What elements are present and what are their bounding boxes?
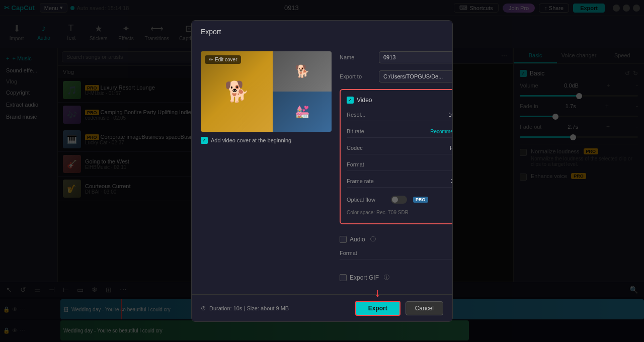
framerate-row: Frame rate 30fps ▾ bbox=[347, 175, 453, 188]
modal-title: Export bbox=[192, 21, 452, 43]
resolution-row: Resol... 1080P ▾ bbox=[347, 109, 453, 121]
framerate-select[interactable]: 30fps ▾ bbox=[387, 178, 453, 184]
framerate-value: 30fps bbox=[451, 178, 453, 184]
modal-overlay: Export 🐕 🐕 💒 ✏ Edit cover ✓ bbox=[0, 0, 644, 342]
preview-cover: 🐕 🐕 💒 ✏ Edit cover bbox=[201, 51, 332, 132]
name-label: Name bbox=[340, 54, 375, 60]
export-to-label: Export to bbox=[340, 73, 375, 79]
optical-flow-toggle[interactable] bbox=[391, 196, 407, 204]
audio-section-label: Audio bbox=[350, 236, 365, 243]
cover-checkbox-row: ✓ Add video cover at the beginning bbox=[201, 137, 332, 144]
cancel-btn-label: Cancel bbox=[415, 305, 434, 312]
audio-info-icon: ⓘ bbox=[370, 235, 376, 243]
gif-checkbox[interactable] bbox=[340, 274, 347, 281]
modal-preview: 🐕 🐕 💒 ✏ Edit cover ✓ Add video cover at … bbox=[201, 51, 332, 286]
duration-info: Duration: 10s | Size: about 9 MB bbox=[209, 305, 289, 311]
codec-select[interactable]: H.264 ▾ bbox=[387, 145, 453, 151]
gif-info-icon: ⓘ bbox=[384, 274, 389, 281]
modal-fields: Name Export to 📁 ✓ Video ⓘ bbox=[340, 51, 453, 286]
resolution-label: Resol... bbox=[347, 112, 387, 118]
format-select[interactable]: mp4 ▾ bbox=[387, 161, 453, 167]
export-to-field-row: Export to 📁 bbox=[340, 69, 453, 83]
audio-format-label: Format bbox=[340, 250, 380, 256]
codec-label: Codec bbox=[347, 145, 387, 151]
modal-footer: ⏱ Duration: 10s | Size: about 9 MB ↓ Exp… bbox=[192, 294, 452, 322]
export-modal-button[interactable]: Export bbox=[355, 301, 400, 316]
optical-pro-badge: PRO bbox=[413, 197, 428, 203]
export-to-input[interactable] bbox=[379, 70, 453, 82]
export-gif-label: Export GIF bbox=[350, 274, 379, 281]
audio-format-row: Format MP3 ▾ bbox=[340, 247, 453, 260]
resolution-value: 1080P bbox=[448, 112, 453, 118]
audio-checkbox[interactable] bbox=[340, 236, 347, 243]
video-section: ✓ Video ⓘ Resol... 1080P ▾ Bit rate bbox=[340, 89, 453, 224]
bitrate-label: Bit rate bbox=[347, 128, 387, 134]
modal-body: 🐕 🐕 💒 ✏ Edit cover ✓ Add video cover at … bbox=[192, 43, 452, 294]
codec-value: H.264 bbox=[450, 145, 453, 151]
footer-info: ⏱ Duration: 10s | Size: about 9 MB bbox=[201, 305, 289, 311]
video-section-header: ✓ Video ⓘ bbox=[347, 96, 453, 104]
bitrate-select[interactable]: Recommended ▾ bbox=[387, 129, 453, 134]
toggle-knob bbox=[392, 197, 398, 203]
bitrate-row: Bit rate Recommended ▾ bbox=[347, 125, 453, 138]
edit-cover-label: Edit cover bbox=[215, 57, 237, 62]
cover-checkbox[interactable]: ✓ bbox=[201, 137, 208, 144]
preview-img2a: 🐕 bbox=[273, 51, 332, 92]
name-field-row: Name bbox=[340, 51, 453, 63]
video-section-label: Video bbox=[357, 97, 372, 104]
gif-section: Export GIF ⓘ bbox=[340, 269, 453, 286]
audio-section-modal: Audio ⓘ Format MP3 ▾ bbox=[340, 230, 453, 269]
audio-format-select[interactable]: MP3 ▾ bbox=[380, 250, 453, 256]
preview-img2b: 💒 bbox=[273, 92, 332, 132]
arrow-down-icon: ↓ bbox=[375, 286, 381, 300]
export-modal: Export 🐕 🐕 💒 ✏ Edit cover ✓ bbox=[191, 20, 453, 322]
duration-icon: ⏱ bbox=[201, 305, 206, 311]
video-checkbox[interactable]: ✓ bbox=[347, 97, 354, 104]
color-space-text: Color space: Rec. 709 SDR bbox=[347, 208, 453, 217]
codec-row: Codec H.264 ▾ bbox=[347, 142, 453, 154]
optical-flow-label: Optical flow bbox=[347, 197, 387, 203]
preview-img2: 🐕 💒 bbox=[273, 51, 332, 132]
resolution-select[interactable]: 1080P ▾ bbox=[387, 112, 453, 118]
cover-checkbox-label: Add video cover at the beginning bbox=[211, 137, 291, 143]
name-input[interactable] bbox=[379, 51, 453, 63]
recommended-badge: Recommended bbox=[430, 129, 453, 134]
format-row: Format mp4 ▾ bbox=[347, 158, 453, 171]
format-label: Format bbox=[347, 161, 387, 167]
framerate-label: Frame rate bbox=[347, 178, 387, 184]
edit-icon: ✏ bbox=[209, 57, 213, 62]
audio-section-header: Audio ⓘ bbox=[340, 235, 453, 243]
export-btn-label: Export bbox=[368, 305, 387, 312]
export-btn-container: ↓ Export bbox=[355, 301, 400, 316]
footer-actions: ↓ Export Cancel bbox=[355, 301, 443, 316]
export-to-input-group: 📁 bbox=[379, 69, 453, 83]
optical-flow-row: Optical flow PRO bbox=[347, 192, 453, 208]
edit-cover-button[interactable]: ✏ Edit cover bbox=[205, 55, 241, 64]
cancel-button[interactable]: Cancel bbox=[406, 301, 443, 315]
